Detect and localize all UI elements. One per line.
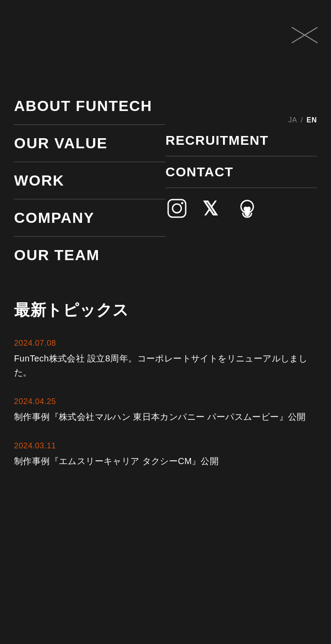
news-text-2: 制作事例『株式会社マルハン 東日本カンパニー パーパスムービー』公開 [14, 410, 317, 424]
nav-menu: ABOUT FUNTECH OUR VALUE WORK COMPANY OUR… [0, 0, 331, 273]
lang-switcher: JA / EN [288, 116, 317, 124]
github-icon[interactable] [236, 197, 259, 220]
lang-en[interactable]: EN [306, 116, 317, 124]
instagram-icon[interactable] [166, 197, 188, 220]
nav-recruitment[interactable]: RECRUITMENT [166, 125, 317, 157]
nav-work[interactable]: WORK [14, 162, 166, 200]
news-date-1: 2024.07.08 [14, 339, 317, 348]
news-item-2: 2024.04.25 制作事例『株式会社マルハン 東日本カンパニー パーパスムー… [14, 397, 317, 424]
social-icons-row: 𝕏 [166, 188, 317, 220]
svg-text:𝕏: 𝕏 [202, 198, 218, 219]
svg-rect-2 [168, 200, 186, 217]
lang-sep: / [301, 116, 303, 124]
nav-contact[interactable]: CONTACT [166, 157, 317, 188]
svg-point-3 [173, 204, 181, 213]
lang-ja[interactable]: JA [288, 116, 297, 124]
nav-about-funtech[interactable]: ABOUT FUNTECH [14, 88, 166, 125]
nav-company[interactable]: COMPANY [14, 200, 166, 237]
news-item-3: 2024.03.11 制作事例『エムスリーキャリア タクシーCM』公開 [14, 441, 317, 468]
news-date-3: 2024.03.11 [14, 441, 317, 451]
nav-col-left: ABOUT FUNTECH OUR VALUE WORK COMPANY OUR… [14, 88, 166, 273]
svg-point-4 [181, 202, 183, 204]
x-twitter-icon[interactable]: 𝕏 [201, 197, 223, 220]
close-button[interactable] [291, 26, 318, 44]
news-title: 最新トピックス [14, 300, 317, 321]
nav-col-right: RECRUITMENT CONTACT 𝕏 [166, 88, 317, 273]
news-text-3: 制作事例『エムスリーキャリア タクシーCM』公開 [14, 454, 317, 468]
nav-our-value[interactable]: OUR VALUE [14, 125, 166, 162]
news-item-1: 2024.07.08 FunTech株式会社 設立8周年。コーポレートサイトをリ… [14, 339, 317, 379]
news-section: 最新トピックス 2024.07.08 FunTech株式会社 設立8周年。コーポ… [0, 273, 331, 468]
news-date-2: 2024.04.25 [14, 397, 317, 406]
nav-our-team[interactable]: OUR TEAM [14, 237, 166, 273]
news-text-1: FunTech株式会社 設立8周年。コーポレートサイトをリニューアルしました。 [14, 351, 317, 379]
